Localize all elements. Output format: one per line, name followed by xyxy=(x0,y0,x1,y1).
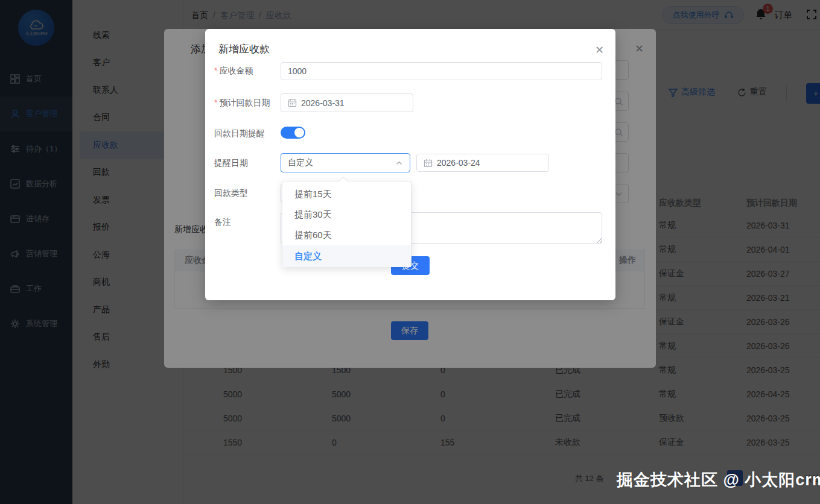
expect-date-label: *预计回款日期 xyxy=(208,98,278,109)
watermark: 掘金技术社区 @ 小太阳crm xyxy=(617,469,820,491)
dropdown-option-自定义[interactable]: 自定义 xyxy=(282,245,411,267)
remind-toggle[interactable] xyxy=(281,127,305,139)
remark-label: 备注 xyxy=(208,217,278,228)
calendar-icon xyxy=(288,98,297,107)
remind-date-label: 提醒日期 xyxy=(208,158,278,169)
remind-mode-dropdown: 提前15天提前30天提前60天自定义 xyxy=(282,181,412,267)
resize-handle[interactable] xyxy=(596,237,602,243)
amount-label: *应收金额 xyxy=(208,66,278,77)
close-icon[interactable]: ✕ xyxy=(595,43,604,57)
modal-title: 新增应收款 xyxy=(218,42,270,56)
remind-date-input[interactable]: 2026-03-24 xyxy=(416,154,549,172)
calendar-icon xyxy=(424,159,433,168)
type-label: 回款类型 xyxy=(208,188,278,199)
amount-input[interactable]: 1000 xyxy=(281,62,602,80)
remind-mode-select[interactable]: 自定义 xyxy=(281,153,410,172)
dropdown-option-提前15天[interactable]: 提前15天 xyxy=(282,184,411,204)
dropdown-option-提前60天[interactable]: 提前60天 xyxy=(282,225,411,245)
remind-toggle-label: 回款日期提醒 xyxy=(208,128,278,139)
expect-date-input[interactable]: 2026-03-31 xyxy=(281,93,413,112)
chevron-up-icon xyxy=(395,159,403,167)
dropdown-option-提前30天[interactable]: 提前30天 xyxy=(282,204,411,225)
